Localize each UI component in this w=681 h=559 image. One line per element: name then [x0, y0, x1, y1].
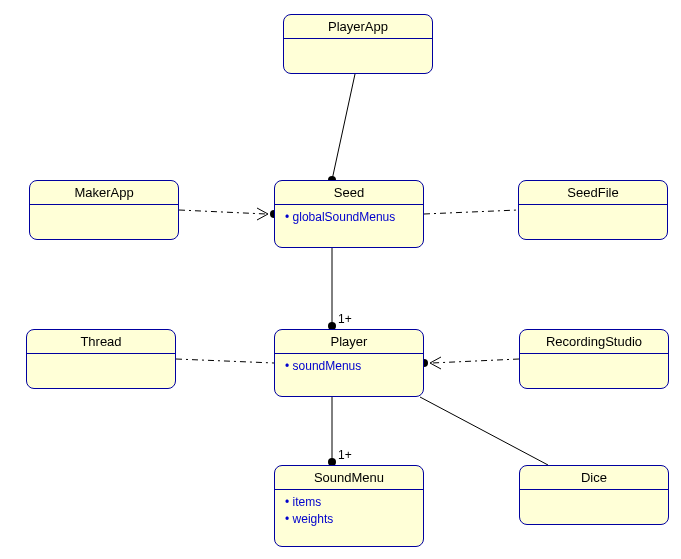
- attr: weights: [293, 512, 334, 526]
- class-name: SoundMenu: [275, 466, 423, 490]
- uml-diagram: PlayerApp MakerApp Seed • globalSoundMen…: [0, 0, 681, 559]
- attr: items: [293, 495, 322, 509]
- class-name: MakerApp: [30, 181, 178, 205]
- multiplicity-player-soundmenu: 1+: [338, 448, 352, 462]
- class-attrs: [30, 205, 178, 235]
- class-attrs: [284, 39, 432, 69]
- class-attrs: [27, 354, 175, 384]
- attr: globalSoundMenus: [293, 210, 396, 224]
- class-playerapp: PlayerApp: [283, 14, 433, 74]
- class-name: Thread: [27, 330, 175, 354]
- class-attrs: • items • weights: [275, 490, 423, 534]
- class-attrs: [520, 354, 668, 384]
- multiplicity-seed-player: 1+: [338, 312, 352, 326]
- class-makerapp: MakerApp: [29, 180, 179, 240]
- class-thread: Thread: [26, 329, 176, 389]
- class-seedfile: SeedFile: [518, 180, 668, 240]
- class-player: Player • soundMenus: [274, 329, 424, 397]
- class-name: Player: [275, 330, 423, 354]
- svg-line-12: [420, 397, 548, 465]
- class-attrs: • soundMenus: [275, 354, 423, 384]
- class-seed: Seed • globalSoundMenus: [274, 180, 424, 248]
- class-name: Dice: [520, 466, 668, 490]
- class-attrs: • globalSoundMenus: [275, 205, 423, 235]
- svg-line-0: [332, 74, 355, 180]
- class-attrs: [519, 205, 667, 235]
- class-soundmenu: SoundMenu • items • weights: [274, 465, 424, 547]
- svg-line-7: [176, 359, 274, 363]
- svg-line-4: [424, 210, 518, 214]
- class-name: RecordingStudio: [520, 330, 668, 354]
- class-name: SeedFile: [519, 181, 667, 205]
- class-dice: Dice: [519, 465, 669, 525]
- attr: soundMenus: [293, 359, 362, 373]
- class-name: PlayerApp: [284, 15, 432, 39]
- class-recordingstudio: RecordingStudio: [519, 329, 669, 389]
- class-name: Seed: [275, 181, 423, 205]
- class-attrs: [520, 490, 668, 520]
- svg-line-2: [179, 210, 266, 214]
- svg-line-8: [432, 359, 519, 363]
